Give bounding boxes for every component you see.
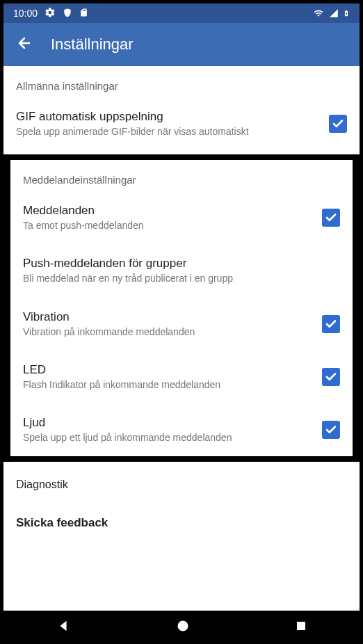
back-button[interactable]	[16, 35, 33, 54]
shield-icon	[63, 7, 72, 20]
nav-home-button[interactable]	[176, 619, 190, 636]
section-header-general: Allmänna inställningar	[3, 66, 360, 97]
checkbox-sound[interactable]	[322, 421, 340, 439]
settings-content: Allmänna inställningar GIF automatisk up…	[3, 66, 360, 611]
gear-icon	[45, 7, 56, 20]
setting-sound[interactable]: Ljud Spela upp ett ljud på inkommande me…	[10, 403, 353, 456]
setting-notifications[interactable]: Meddelanden Ta emot push-meddelanden	[10, 191, 353, 244]
setting-vibration[interactable]: Vibration Vibration på inkommande meddel…	[10, 298, 353, 351]
checkbox-notifications[interactable]	[322, 209, 340, 227]
setting-group-push-title: Push-meddelanden för grupper	[23, 257, 340, 271]
wifi-icon	[312, 8, 325, 18]
android-nav-bar	[3, 611, 360, 644]
setting-group-push-subtitle: Bli meddelad när en ny tråd publicerat i…	[23, 272, 340, 284]
setting-gif-autoplay[interactable]: GIF automatisk uppspelning Spela upp ani…	[3, 97, 360, 150]
nav-recent-button[interactable]	[295, 620, 307, 635]
setting-led-subtitle: Flash Indikator på inkommande meddelande…	[23, 378, 311, 391]
setting-vibration-title: Vibration	[23, 310, 311, 324]
setting-gif-subtitle: Spela upp animerade GIF-bilder när visas…	[16, 125, 318, 138]
highlighted-section: Meddelandeinställningar Meddelanden Ta e…	[3, 154, 360, 462]
checkbox-gif[interactable]	[329, 115, 347, 133]
status-bar: 10:00	[3, 3, 360, 23]
setting-vibration-subtitle: Vibration på inkommande meddelanden	[23, 325, 311, 338]
signal-icon	[329, 8, 339, 18]
status-time: 10:00	[13, 8, 38, 19]
setting-led[interactable]: LED Flash Indikator på inkommande meddel…	[10, 351, 353, 403]
svg-rect-1	[297, 622, 305, 630]
sd-card-icon	[79, 7, 88, 20]
app-header: Inställningar	[3, 23, 360, 66]
row-feedback[interactable]: Skicka feedback	[3, 504, 360, 542]
setting-gif-title: GIF automatisk uppspelning	[16, 110, 318, 124]
checkbox-led[interactable]	[322, 368, 340, 386]
nav-back-button[interactable]	[56, 618, 71, 636]
setting-sound-subtitle: Spela upp ett ljud på inkommande meddela…	[23, 431, 311, 444]
setting-led-title: LED	[23, 363, 311, 377]
svg-point-0	[177, 621, 188, 631]
setting-notifications-subtitle: Ta emot push-meddelanden	[23, 219, 311, 232]
section-header-notifications: Meddelandeinställningar	[10, 160, 353, 191]
battery-icon	[343, 8, 350, 19]
setting-notifications-title: Meddelanden	[23, 204, 311, 218]
page-title: Inställningar	[51, 35, 134, 54]
row-diagnostics[interactable]: Diagnostik	[3, 466, 360, 504]
checkbox-vibration[interactable]	[322, 315, 340, 333]
setting-group-push[interactable]: Push-meddelanden för grupper Bli meddela…	[10, 244, 353, 297]
setting-sound-title: Ljud	[23, 416, 311, 430]
